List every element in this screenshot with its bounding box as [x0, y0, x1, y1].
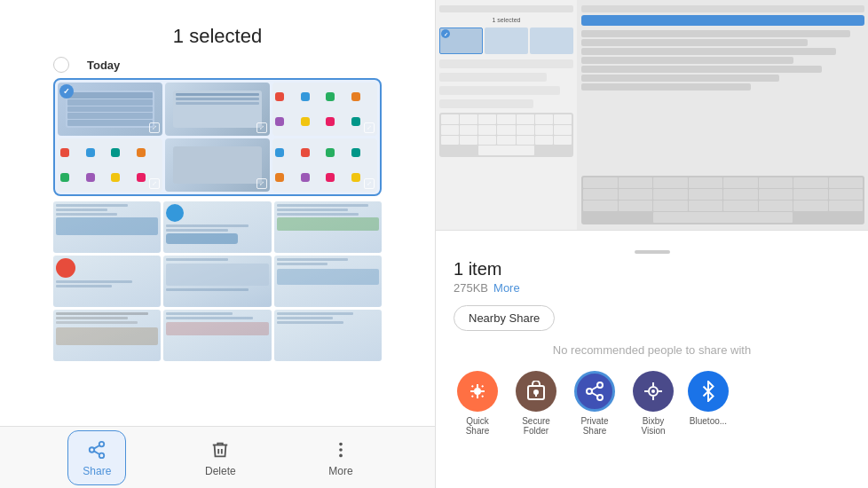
gallery-item-3[interactable]: ⤢ [272, 83, 377, 136]
mini-icon [326, 117, 335, 126]
share-size-row: 275KB More [454, 281, 850, 295]
file-size: 275KB [454, 281, 488, 295]
sub-gallery-item[interactable] [274, 256, 382, 307]
expand-icon-1: ⤢ [149, 122, 160, 133]
svg-point-14 [597, 395, 603, 400]
phone2-keyboard [581, 176, 864, 224]
phone2-list [581, 30, 864, 173]
no-recommended-text: No recommended people to share with [454, 343, 850, 357]
mini-icon [60, 173, 69, 182]
more-link[interactable]: More [493, 281, 520, 295]
mini-icon [351, 173, 360, 182]
quick-share-icon [457, 371, 498, 412]
svg-point-18 [651, 390, 655, 393]
phone-gallery-item [530, 28, 573, 54]
mini-icon [275, 173, 284, 182]
item-count: 1 item [454, 259, 850, 279]
sub-gallery-item[interactable] [163, 256, 271, 307]
sub-gallery-item[interactable] [53, 310, 161, 361]
svg-point-5 [339, 442, 343, 445]
mini-icon [326, 92, 335, 101]
nearby-share-button[interactable]: Nearby Share [454, 305, 555, 331]
select-all-checkbox[interactable] [53, 57, 69, 73]
phone-list-row [439, 59, 573, 68]
gallery-item-1[interactable]: ⤢ [58, 83, 162, 136]
delete-icon [209, 438, 232, 461]
mini-icon [111, 173, 120, 182]
svg-point-13 [587, 389, 592, 394]
right-panel: 1 selected ✓ [436, 0, 868, 488]
selected-gallery-group: ⤢ ⤢ ⤢ [53, 78, 382, 196]
expand-icon-4: ⤢ [149, 178, 160, 189]
mini-icon [326, 173, 335, 182]
expand-icon-2: ⤢ [256, 122, 267, 133]
mini-icon [86, 148, 95, 157]
secure-folder-icon [516, 371, 556, 412]
private-share-label: Private Share [571, 416, 619, 436]
svg-point-12 [597, 382, 603, 388]
svg-line-4 [94, 445, 99, 448]
private-share-app[interactable]: Private Share [571, 371, 619, 436]
gallery-subgrid-1 [53, 201, 382, 253]
gallery-item-6[interactable]: ⤢ [272, 138, 377, 192]
private-share-icon [574, 371, 615, 412]
quick-share-app[interactable]: Quick Share [454, 371, 501, 436]
phone-preview-1: 1 selected ✓ [436, 0, 578, 230]
phone-list-row [439, 73, 547, 82]
mini-icon [301, 92, 310, 101]
phone-gallery-mini: ✓ [439, 28, 573, 54]
mini-icon [326, 148, 335, 157]
mini-icon [351, 117, 360, 126]
share-button[interactable]: Share [67, 430, 126, 485]
gallery-item-4[interactable]: ⤢ [58, 138, 162, 192]
mini-icon [275, 92, 284, 101]
mini-icon [137, 148, 146, 157]
status-bar-1 [439, 5, 573, 12]
mini-icon [111, 148, 120, 157]
mini-icon [301, 117, 310, 126]
mini-icon [275, 148, 284, 157]
mini-icon [86, 173, 95, 182]
svg-line-16 [592, 387, 598, 390]
status-bar-2 [581, 5, 864, 12]
expand-icon-5: ⤢ [256, 178, 267, 189]
secure-folder-app[interactable]: Secure Folder [512, 371, 560, 436]
mini-icon [60, 148, 69, 157]
today-section-header: Today [53, 57, 120, 73]
mini-icon [275, 117, 284, 126]
bluetooth-icon [688, 371, 729, 412]
sub-gallery-item[interactable] [53, 256, 161, 307]
svg-point-1 [90, 447, 95, 453]
phone-selected-text: 1 selected [439, 17, 573, 23]
delete-label: Delete [205, 465, 236, 477]
bluetooth-app[interactable]: Bluetoo... [688, 371, 729, 426]
svg-point-6 [339, 448, 343, 452]
mini-icon [301, 173, 310, 182]
more-icon [329, 438, 352, 461]
phone-previews: 1 selected ✓ [436, 0, 868, 231]
gallery-subgrid-2 [53, 256, 382, 307]
gallery-item-2[interactable]: ⤢ [165, 83, 270, 136]
svg-point-10 [534, 390, 538, 394]
svg-point-0 [99, 441, 105, 446]
sub-gallery-item[interactable] [53, 201, 161, 253]
delete-button[interactable]: Delete [191, 431, 250, 484]
bixby-vision-app[interactable]: Bixby Vision [629, 371, 677, 436]
sub-gallery-item[interactable] [274, 310, 382, 361]
bottom-sheet-handle [635, 250, 670, 254]
bottom-toolbar: Share Delete More [0, 426, 435, 488]
mini-icon [351, 148, 360, 157]
phone-list-row [439, 86, 560, 95]
svg-point-2 [99, 453, 105, 458]
more-button[interactable]: More [314, 431, 367, 484]
phone-preview-2 [578, 0, 868, 230]
quick-share-label: Quick Share [454, 416, 501, 436]
left-panel: 1 selected Today ⤢ [0, 0, 435, 488]
sub-gallery-item[interactable] [163, 201, 271, 253]
folder-header [581, 15, 864, 26]
bluetooth-label: Bluetoo... [690, 416, 727, 426]
mini-icon [301, 148, 310, 157]
gallery-item-5[interactable]: ⤢ [165, 138, 270, 192]
sub-gallery-item[interactable] [274, 201, 382, 253]
sub-gallery-item[interactable] [163, 310, 271, 361]
